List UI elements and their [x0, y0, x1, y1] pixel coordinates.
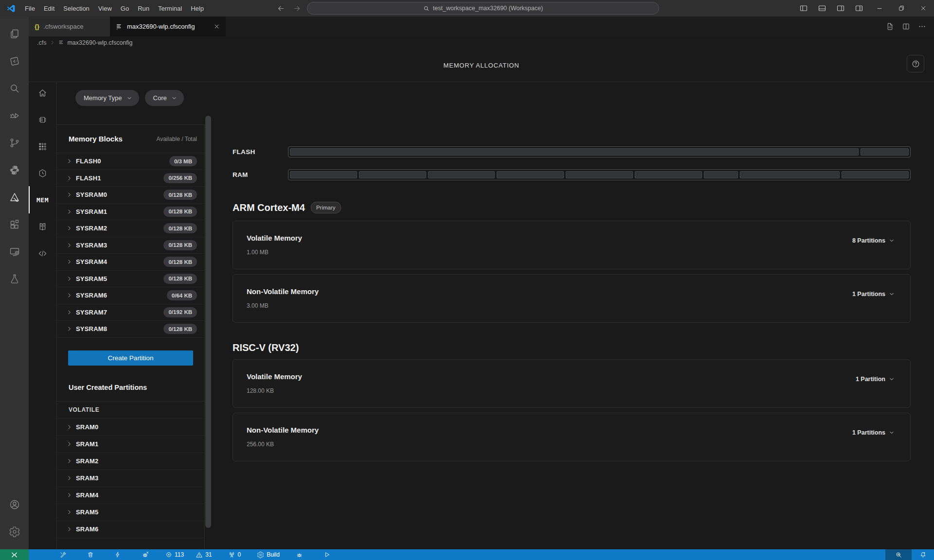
core-title-row: ARM Cortex-M4 Primary: [233, 202, 911, 213]
more-actions-icon[interactable]: [918, 22, 926, 31]
forward-arrow-icon[interactable]: [291, 4, 303, 13]
user-partition-name: SRAM5: [76, 508, 99, 516]
memory-block-row[interactable]: SYSRAM5 0/128 KB: [57, 271, 204, 288]
menu-item[interactable]: Help: [186, 3, 208, 14]
config-tool-nav: MEM: [29, 82, 57, 549]
user-partition-row[interactable]: SRAM2: [57, 453, 204, 470]
extensions-icon[interactable]: [3, 213, 26, 236]
menu-item[interactable]: Selection: [59, 3, 93, 14]
zoom-magnifier-icon[interactable]: [885, 549, 912, 560]
memory-block-row[interactable]: SYSRAM1 0/128 KB: [57, 204, 204, 221]
nav-registers-book-icon[interactable]: [29, 216, 56, 237]
back-arrow-icon[interactable]: [275, 4, 287, 13]
accounts-icon[interactable]: [3, 493, 26, 516]
partitions-dropdown[interactable]: 8 Partitions: [849, 237, 898, 245]
menu-item[interactable]: Edit: [39, 3, 59, 14]
menu-item[interactable]: File: [20, 3, 39, 14]
breadcrumb-file[interactable]: max32690-wlp.cfsconfig: [58, 39, 132, 46]
erase-debug-icon[interactable]: [131, 549, 160, 560]
memory-block-row[interactable]: SYSRAM8 0/128 KB: [57, 321, 204, 338]
nav-pinmux-dots-icon[interactable]: [29, 136, 56, 157]
memory-block-row[interactable]: SYSRAM3 0/128 KB: [57, 237, 204, 254]
memory-block-row[interactable]: SYSRAM6 0/64 KB: [57, 287, 204, 304]
problems-errors[interactable]: 113: [160, 549, 190, 560]
nav-memory-allocation[interactable]: MEM: [29, 189, 56, 210]
user-partition-row[interactable]: SRAM6: [57, 521, 204, 538]
nav-peripherals-chip-icon[interactable]: [29, 109, 56, 130]
toggle-panel-icon[interactable]: [813, 0, 831, 17]
user-partition-name: SRAM1: [76, 440, 99, 448]
tab-cfsconfig[interactable]: max32690-wlp.cfsconfig: [110, 17, 226, 36]
create-partition-button[interactable]: Create Partition: [68, 350, 193, 366]
memory-block-row[interactable]: SYSRAM0 0/128 KB: [57, 187, 204, 204]
filter-pill[interactable]: Core: [145, 90, 184, 106]
search-icon[interactable]: [3, 77, 26, 100]
notifications-bell-icon[interactable]: [912, 549, 934, 560]
flash-lightning-icon[interactable]: [104, 549, 131, 560]
cfs-file-icon[interactable]: [3, 50, 26, 73]
cfs-home-adi-icon[interactable]: [3, 186, 26, 209]
build-task[interactable]: Build: [251, 549, 286, 560]
menu-item[interactable]: Go: [116, 3, 133, 14]
breadcrumb[interactable]: .cfs max32690-wlp.cfsconfig: [29, 36, 934, 49]
chevron-down-icon: [126, 95, 132, 101]
tab-cfsworkspace[interactable]: {} .cfsworkspace: [29, 17, 110, 36]
config-list-icon: [116, 23, 123, 30]
panel-scrollbar-thumb[interactable]: [205, 116, 211, 528]
title-bar: FileEditSelectionViewGoRunTerminalHelp t…: [0, 0, 934, 17]
memory-allocation-header: MEMORY ALLOCATION: [29, 49, 934, 82]
memory-card: Volatile Memory 128.00 KB 1 Partition: [233, 359, 911, 408]
python-icon[interactable]: [3, 158, 26, 182]
help-button[interactable]: [907, 55, 924, 72]
partitions-dropdown[interactable]: 1 Partition: [853, 375, 898, 383]
chevron-right-icon: [50, 40, 55, 45]
user-partition-row[interactable]: SRAM3: [57, 470, 204, 487]
user-partition-row[interactable]: SRAM1: [57, 436, 204, 453]
restore-button[interactable]: [890, 0, 912, 17]
run-play-icon[interactable]: [313, 549, 341, 560]
tools-icon[interactable]: [49, 549, 77, 560]
toggle-secondary-sidebar-icon[interactable]: [831, 0, 850, 17]
open-file-code-icon[interactable]: [886, 22, 894, 31]
menu-item[interactable]: Run: [133, 3, 154, 14]
debug-bug-icon[interactable]: [286, 549, 313, 560]
remote-indicator[interactable]: [0, 549, 29, 560]
toggle-sidebar-icon[interactable]: [794, 0, 813, 17]
close-tab-icon[interactable]: [214, 23, 220, 30]
nav-generate-code-icon[interactable]: [29, 243, 56, 264]
nav-clock-config-icon[interactable]: [29, 162, 56, 184]
remote-explorer-icon[interactable]: [3, 240, 26, 263]
user-partition-row[interactable]: SRAM5: [57, 504, 204, 521]
memory-block-row[interactable]: SYSRAM7 0/192 KB: [57, 304, 204, 321]
menu-item[interactable]: Terminal: [154, 3, 186, 14]
problems-warnings[interactable]: 31: [190, 549, 217, 560]
memory-block-usage-badge: 0/192 KB: [163, 307, 197, 317]
minimize-button[interactable]: [868, 0, 890, 17]
nav-home-icon[interactable]: [29, 82, 56, 104]
user-partition-row[interactable]: SRAM0: [57, 419, 204, 436]
partitions-dropdown[interactable]: 1 Partitions: [849, 290, 898, 298]
split-editor-icon[interactable]: [902, 22, 910, 31]
source-control-icon[interactable]: [3, 131, 26, 155]
settings-gear-icon[interactable]: [3, 520, 26, 543]
ports-broadcast[interactable]: 0: [218, 549, 251, 560]
erase-trash-icon[interactable]: [77, 549, 104, 560]
activity-bar: [0, 17, 29, 549]
memory-card-title: Volatile Memory: [247, 234, 302, 242]
memory-block-row[interactable]: SYSRAM4 0/128 KB: [57, 254, 204, 271]
explorer-icon[interactable]: [3, 22, 26, 46]
partitions-dropdown[interactable]: 1 Partitions: [849, 429, 898, 437]
close-window-button[interactable]: [912, 0, 934, 17]
filter-pill[interactable]: Memory Type: [75, 90, 139, 106]
test-beaker-icon[interactable]: [3, 267, 26, 291]
command-center-search[interactable]: test_workspace_max32690 (Workspace): [307, 2, 659, 15]
menu-item[interactable]: View: [94, 3, 116, 14]
user-partition-row[interactable]: SRAM4: [57, 487, 204, 504]
customize-layout-icon[interactable]: [850, 0, 868, 17]
run-debug-icon[interactable]: [3, 104, 26, 127]
memory-block-row[interactable]: SYSRAM2 0/128 KB: [57, 220, 204, 237]
memory-card-info: Volatile Memory 1.00 MB: [247, 234, 302, 256]
breadcrumb-root[interactable]: .cfs: [37, 39, 46, 46]
memory-block-row[interactable]: FLASH0 0/3 MB: [57, 153, 204, 170]
memory-block-row[interactable]: FLASH1 0/256 KB: [57, 170, 204, 187]
